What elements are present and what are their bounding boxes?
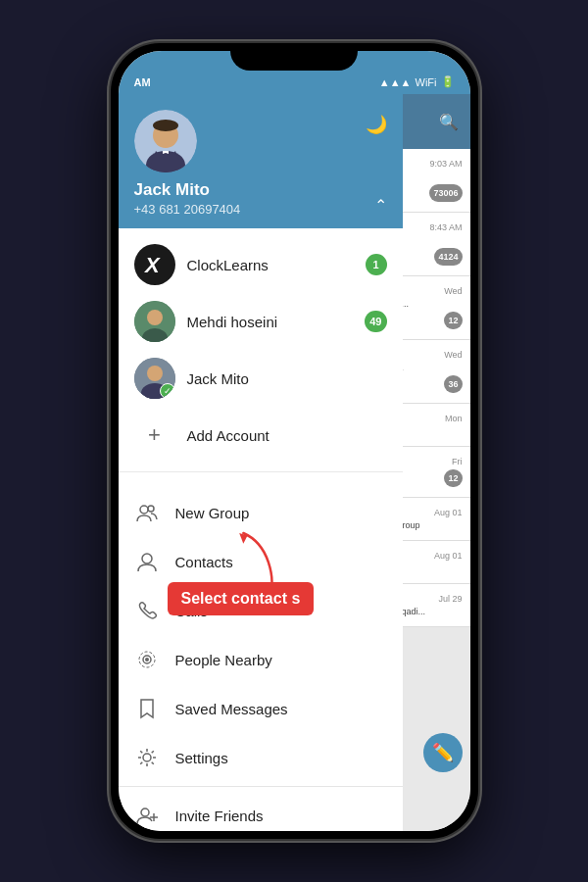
menu-item-settings[interactable]: Settings	[119, 733, 403, 782]
menu-item-new-group[interactable]: New Group	[119, 488, 403, 537]
chat-badge-1: 73006	[429, 184, 462, 202]
settings-icon	[134, 745, 160, 770]
moon-icon[interactable]: 🌙	[366, 114, 387, 135]
contacts-icon	[134, 549, 160, 574]
menu-label-contacts: Contacts	[175, 554, 233, 570]
svg-point-12	[147, 366, 163, 381]
user-name: Jack Mito	[134, 180, 387, 200]
battery-icon: 🔋	[441, 75, 455, 88]
account-item-clocklearns[interactable]: X ClockLearns 1	[119, 236, 403, 293]
screen-content: 🔍 9:03 AM y-... 73006 8:43 AM -... 4124 …	[119, 94, 470, 831]
mehdi-avatar-image	[134, 301, 175, 342]
account-avatar-mehdi	[134, 301, 175, 342]
status-icons: ▲▲▲ WiFi 🔋	[379, 75, 455, 88]
menu-item-people-nearby[interactable]: People Nearby	[119, 635, 403, 684]
sidebar-header: 🌙 Jack Mito +43 681 20697404 ⌃	[119, 94, 403, 228]
chat-badge-3: 12	[444, 312, 462, 329]
avatar-container[interactable]	[134, 110, 197, 172]
status-time: AM	[134, 76, 151, 88]
account-avatar-jack: ✓	[134, 358, 175, 399]
chat-badge-2: 4124	[434, 248, 462, 266]
signal-icon: ▲▲▲	[379, 76, 412, 88]
menu-item-contacts[interactable]: Contacts	[119, 537, 403, 586]
invite-friends-icon	[134, 803, 160, 828]
account-avatar-clocklearns: X	[134, 244, 175, 285]
collapse-accounts-icon[interactable]: ⌃	[374, 196, 387, 215]
accounts-section: X ClockLearns 1	[119, 228, 403, 472]
phone-screen: AM ▲▲▲ WiFi 🔋 🔍 9:03 AM y-... 73006 8:4	[119, 51, 470, 831]
svg-point-15	[148, 506, 154, 512]
svg-point-16	[142, 554, 152, 564]
wifi-icon: WiFi	[416, 76, 437, 88]
header-icons: 🌙	[366, 114, 387, 135]
menu-section: New Group Contacts	[119, 480, 403, 831]
chat-badge-4: 36	[444, 375, 462, 393]
add-account-label: Add Account	[187, 427, 387, 444]
calls-icon	[134, 598, 160, 623]
svg-point-8	[147, 310, 163, 325]
jack-verified-badge: ✓	[160, 383, 175, 399]
account-badge-clocklearns: 1	[366, 254, 387, 275]
add-account-item[interactable]: + Add Account	[119, 407, 403, 464]
search-icon[interactable]: 🔍	[439, 113, 459, 131]
account-name-mehdi: Mehdi hoseini	[187, 314, 354, 330]
sidebar-header-top: 🌙	[134, 110, 387, 172]
account-badge-mehdi: 49	[365, 311, 386, 332]
menu-label-invite-friends: Invite Friends	[175, 808, 264, 824]
new-group-icon	[134, 500, 160, 525]
account-item-mehdi[interactable]: Mehdi hoseini 49	[119, 293, 403, 350]
add-account-icon: +	[134, 415, 175, 456]
account-item-jack[interactable]: ✓ Jack Mito	[119, 350, 403, 407]
menu-label-settings: Settings	[175, 750, 228, 766]
clocklearns-logo: X	[141, 251, 169, 278]
menu-label-people-nearby: People Nearby	[175, 652, 272, 668]
svg-point-20	[143, 754, 151, 761]
people-nearby-icon	[134, 647, 160, 672]
account-name-jack: Jack Mito	[187, 370, 387, 387]
phone-frame: AM ▲▲▲ WiFi 🔋 🔍 9:03 AM y-... 73006 8:4	[111, 43, 478, 839]
svg-text:X: X	[143, 253, 161, 277]
user-phone: +43 681 20697404	[134, 202, 387, 217]
menu-label-saved-messages: Saved Messages	[175, 701, 288, 717]
svg-point-5	[153, 120, 178, 131]
menu-item-invite-friends[interactable]: Invite Friends	[119, 791, 403, 831]
menu-item-calls[interactable]: Calls	[119, 586, 403, 635]
sidebar-drawer: 🌙 Jack Mito +43 681 20697404 ⌃ X	[119, 94, 403, 831]
menu-item-saved-messages[interactable]: Saved Messages	[119, 684, 403, 733]
chat-badge-6: 12	[444, 469, 462, 487]
divider-2	[119, 786, 403, 787]
svg-point-19	[145, 658, 149, 662]
svg-point-14	[140, 506, 148, 514]
account-name-clocklearns: ClockLearns	[187, 257, 354, 273]
notch	[230, 43, 358, 71]
menu-label-calls: Calls	[175, 603, 208, 619]
user-avatar-image	[134, 110, 197, 172]
saved-messages-icon	[134, 696, 160, 721]
svg-point-21	[141, 808, 149, 816]
compose-fab[interactable]: ✏️	[423, 733, 463, 772]
menu-label-new-group: New Group	[175, 505, 250, 521]
